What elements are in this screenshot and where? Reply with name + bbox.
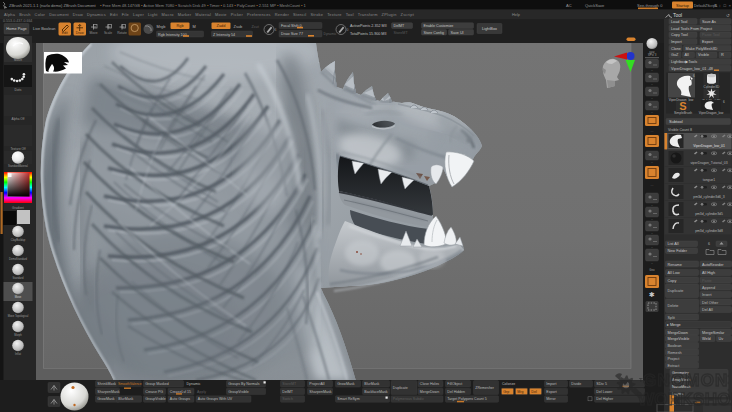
svg-text:Alpha Off: Alpha Off [12, 117, 25, 121]
svg-text:Move: Move [89, 31, 97, 35]
svg-text:pm3d_cylinder3d5: pm3d_cylinder3d5 [695, 212, 723, 216]
svg-text:Weld: Weld [702, 337, 711, 341]
svg-text:WORKSHOP: WORKSHOP [638, 390, 732, 409]
svg-text:ProjectAll: ProjectAll [309, 382, 324, 386]
svg-text:ZBrush 2021.1.1 (narlo demo): ZBrush 2021.1.1 (narlo demo) ZBrush Docu… [9, 3, 97, 8]
svg-text:Colorize: Colorize [502, 382, 515, 386]
svg-text:0: 0 [347, 28, 349, 32]
svg-text:DefaultZScript: DefaultZScript [694, 4, 716, 8]
svg-text:SharpenMask: SharpenMask [97, 390, 119, 394]
svg-text:Close Holes: Close Holes [420, 382, 440, 386]
svg-text:CreaseLvl 15: CreaseLvl 15 [170, 390, 191, 394]
svg-text:StoreMT: StoreMT [394, 31, 409, 35]
svg-text:Home Page: Home Page [6, 26, 27, 31]
svg-text:All Low: All Low [668, 271, 680, 275]
svg-text:0.553-0.437-0.664: 0.553-0.437-0.664 [3, 19, 32, 23]
svg-text:Del Lower: Del Lower [596, 390, 613, 394]
svg-text:pm3d_cylinder3d8: pm3d_cylinder3d8 [695, 229, 723, 233]
svg-text:MergeSimilar: MergeSimilar [702, 331, 725, 335]
svg-text:GroupVisible: GroupVisible [145, 397, 166, 401]
svg-text:LightBox: LightBox [482, 26, 497, 31]
svg-text:Clone: Clone [671, 47, 681, 51]
svg-text:Smart ReSym: Smart ReSym [337, 397, 359, 401]
svg-text:Switch: Switch [282, 397, 293, 401]
svg-text:Paste: Paste [702, 279, 712, 283]
svg-text:Draw: Draw [76, 31, 84, 35]
svg-text:StoreMT: StoreMT [282, 382, 297, 386]
svg-text:Inflat: Inflat [15, 352, 21, 356]
svg-text:MergeDown: MergeDown [420, 390, 439, 394]
svg-text:Live Boolean: Live Boolean [33, 26, 56, 31]
svg-text:GoZ: GoZ [671, 53, 679, 57]
svg-text:ViperDragon_low: ViperDragon_low [699, 111, 724, 115]
svg-text:StandardMaterial: StandardMaterial [8, 164, 28, 168]
svg-text:Grp: Grp [503, 390, 509, 394]
svg-text:QuickSave: QuickSave [585, 3, 605, 8]
svg-text:AC: AC [566, 3, 572, 8]
svg-text:See-through 0: See-through 0 [637, 3, 663, 8]
svg-text:Dots: Dots [15, 88, 22, 92]
svg-text:pm3d_cylinder3d6_3: pm3d_cylinder3d6_3 [693, 195, 725, 199]
svg-text:Mirror: Mirror [546, 397, 556, 401]
svg-text:Auto Groups With UV: Auto Groups With UV [198, 397, 233, 401]
svg-text:GNOMON: GNOMON [643, 371, 729, 390]
svg-text:Dynamic: Dynamic [324, 32, 337, 36]
svg-text:AutoReorder: AutoReorder [702, 263, 724, 267]
svg-text:R: R [721, 53, 724, 57]
svg-text:Mrgb: Mrgb [157, 24, 166, 29]
svg-text:Subtool: Subtool [669, 119, 683, 124]
svg-text:Group Masked: Group Masked [145, 382, 169, 386]
svg-text:Extract: Extract [668, 364, 681, 368]
svg-text:BlurMask: BlurMask [364, 382, 379, 386]
svg-text:TotalPoints 15.900 MIl: TotalPoints 15.900 MIl [350, 32, 386, 36]
svg-text:Apply: Apply [197, 390, 206, 394]
svg-text:Rename: Rename [668, 263, 682, 267]
svg-text:↺: ↺ [726, 13, 730, 18]
svg-text:Tool: Tool [673, 12, 682, 18]
svg-text:Rgb: Rgb [176, 23, 183, 28]
svg-text:Copy: Copy [668, 279, 677, 283]
svg-text:DelMT: DelMT [282, 390, 293, 394]
svg-text:• Free Mem 48.147GB • Active M: • Free Mem 48.147GB • Active Mem 7080 • … [100, 3, 307, 8]
svg-text:Append: Append [702, 286, 715, 290]
svg-text:Dynamic: Dynamic [187, 382, 201, 386]
svg-text:Uv: Uv [719, 337, 724, 341]
svg-text:Groups By Normals: Groups By Normals [228, 382, 260, 386]
svg-text:Move: Move [15, 295, 22, 299]
svg-text:tongue1: tongue1 [703, 178, 715, 182]
svg-text:Gradient: Gradient [12, 206, 24, 210]
svg-text:Mrg: Mrg [517, 390, 523, 394]
svg-text:Zadd: Zadd [217, 23, 226, 28]
svg-text:Project: Project [668, 357, 681, 361]
svg-text:···: ··· [651, 184, 654, 188]
svg-text:Texture Off: Texture Off [10, 147, 25, 151]
svg-text:New Folder: New Folder [668, 249, 688, 253]
svg-text:↕: ↕ [719, 3, 721, 8]
svg-text:Make PolyMesh3D: Make PolyMesh3D [686, 47, 718, 51]
svg-text:Rgb Intensity 100: Rgb Intensity 100 [158, 33, 187, 37]
svg-text:SimpleBrush: SimpleBrush [674, 111, 692, 115]
svg-text:Rotate: Rotate [117, 31, 127, 35]
svg-text:GrowMask: GrowMask [337, 382, 354, 386]
svg-text:Del Other: Del Other [702, 301, 719, 305]
svg-text:SPix 3: SPix 3 [648, 53, 657, 57]
svg-text:M: M [193, 24, 196, 29]
svg-text:Duplicate: Duplicate [668, 289, 684, 293]
svg-text:Split: Split [668, 316, 676, 320]
svg-text:Boolean: Boolean [668, 344, 682, 348]
svg-text:Del: Del [531, 390, 537, 394]
svg-text:List All: List All [668, 242, 679, 246]
svg-text:Export: Export [546, 390, 556, 394]
svg-text:Save UI: Save UI [451, 31, 464, 35]
svg-text:Duplicate: Duplicate [393, 386, 408, 390]
svg-text:Import: Import [671, 40, 683, 44]
svg-text:BlurMask: BlurMask [118, 397, 133, 401]
svg-text:Store Config: Store Config [424, 31, 445, 35]
svg-text:GrowMask: GrowMask [97, 397, 114, 401]
svg-text:Visible Count 8: Visible Count 8 [668, 128, 692, 132]
svg-text:MergeDown: MergeDown [668, 331, 688, 335]
svg-text:Load Tools From Project: Load Tools From Project [671, 27, 713, 31]
svg-text:ViperDragon_low_01: ViperDragon_low_01 [693, 144, 725, 148]
svg-text:Scale: Scale [104, 31, 112, 35]
svg-text:Edit: Edit [62, 31, 68, 35]
